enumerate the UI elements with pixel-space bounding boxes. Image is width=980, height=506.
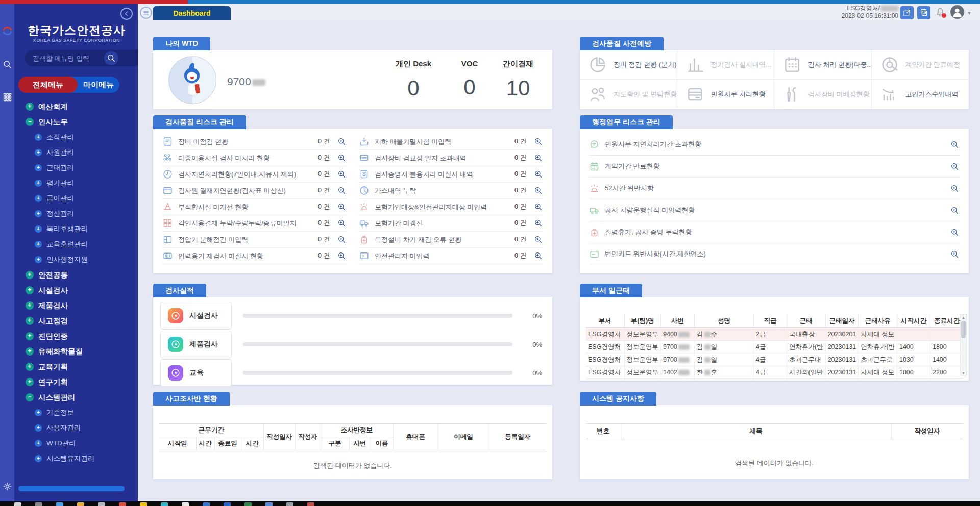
sidebar-item-인사행정지원[interactable]: +인사행정지원 — [14, 252, 134, 267]
magnifier-icon[interactable] — [337, 218, 347, 228]
menu-search-input[interactable] — [24, 50, 138, 66]
tab-all-menu[interactable]: 전체메뉴 — [18, 77, 78, 93]
magnifier-icon[interactable] — [337, 153, 347, 163]
hamburger-icon[interactable] — [140, 7, 152, 19]
magnifier-icon[interactable] — [533, 251, 543, 261]
taskbar-app-icon[interactable] — [244, 502, 252, 506]
taskbar-app-icon[interactable] — [56, 502, 63, 506]
taskbar-app-icon[interactable] — [161, 502, 168, 506]
sidebar-item-교육기획[interactable]: +교육기획 — [14, 359, 134, 374]
risk-item-count: 0 건 — [514, 219, 526, 227]
taskbar-app-icon[interactable] — [35, 502, 42, 506]
taskbar-app-icon[interactable] — [203, 502, 210, 506]
sidebar-item-유해화학물질[interactable]: +유해화학물질 — [14, 344, 134, 359]
sidebar-item-복리후생관리[interactable]: +복리후생관리 — [14, 221, 134, 237]
magnifier-icon[interactable] — [533, 235, 543, 244]
table-row[interactable]: ESG경영처정보운영부9400김주2급국내출장20230201차세대 정보 — [586, 328, 963, 341]
sidebar-item-급여관리[interactable]: +급여관리 — [14, 191, 134, 206]
taskbar-app-icon[interactable] — [224, 502, 231, 506]
table-row[interactable]: ESG경영처정보운영부1402한훈4급야간근무(본20230131차세대 정보2… — [586, 379, 963, 381]
performance-category-button[interactable]: 시설검사 — [160, 302, 232, 330]
menu-search-button[interactable] — [104, 51, 118, 65]
popout-all-windows-icon[interactable] — [917, 6, 930, 19]
magnifier-icon[interactable] — [533, 186, 543, 195]
sidebar-item-시설검사[interactable]: +시설검사 — [14, 283, 134, 298]
cone-icon — [162, 201, 173, 212]
table-row[interactable]: ESG경영처정보운영부9700김일4급연차휴가(반20230131연차휴가(반1… — [586, 341, 963, 353]
popout-window-icon[interactable] — [900, 6, 914, 19]
magnifier-icon[interactable] — [533, 218, 543, 228]
taskbar-app-icon[interactable] — [265, 502, 273, 506]
magnifier-icon[interactable] — [337, 235, 347, 244]
search-icon[interactable] — [2, 59, 13, 70]
sidebar-item-진단인증[interactable]: +진단인증 — [14, 328, 134, 344]
taskbar-app-icon[interactable] — [286, 502, 293, 506]
sidebar-horizontal-scrollbar[interactable] — [18, 486, 125, 491]
sidebar-item-시스템관리[interactable]: −시스템관리 — [14, 390, 134, 405]
sidebar-item-사용자관리[interactable]: +사용자관리 — [14, 420, 134, 436]
sidebar-item-예산회계[interactable]: +예산회계 — [14, 99, 134, 114]
sidebar-item-제품검사[interactable]: +제품검사 — [14, 298, 134, 313]
magnifier-icon[interactable] — [337, 251, 347, 261]
sidebar-item-교육훈련관리[interactable]: +교육훈련관리 — [14, 237, 134, 252]
sidebar-item-연구기획[interactable]: +연구기획 — [14, 374, 134, 390]
taskbar-app-icon[interactable] — [98, 502, 105, 506]
performance-category-button[interactable]: 제품검사 — [160, 331, 232, 358]
taskbar-app-icon[interactable] — [14, 502, 21, 506]
sidebar-item-시스템유지관리[interactable]: +시스템유지관리 — [14, 451, 134, 466]
sidebar-item-근태관리[interactable]: +근태관리 — [14, 160, 134, 175]
sidebar-item-평가관리[interactable]: +평가관리 — [14, 175, 134, 191]
scroll-up-arrow[interactable]: ▲ — [961, 315, 966, 320]
magnifier-icon[interactable] — [950, 140, 960, 149]
magnifier-icon[interactable] — [533, 137, 543, 146]
sidebar-item-기준정보[interactable]: +기준정보 — [14, 405, 134, 420]
prevention-tile[interactable]: 민원사무 처리현황 — [677, 80, 775, 109]
magnifier-icon[interactable] — [950, 249, 960, 259]
table-row[interactable]: ESG경영처정보운영부9700김일4급초과근무대20230131초과근무로103… — [586, 353, 963, 366]
prevention-tile[interactable]: 지도확인 및 면담현황 — [580, 80, 677, 109]
sidebar-item-안전공통[interactable]: +안전공통 — [14, 267, 134, 283]
taskbar-app-icon[interactable] — [307, 502, 314, 506]
magnifier-icon[interactable] — [533, 169, 543, 179]
prevention-tile[interactable]: 계약기간 만료예정 — [872, 50, 969, 80]
tab-dashboard[interactable]: Dashboard — [153, 6, 231, 20]
taskbar-app-icon[interactable] — [140, 502, 147, 506]
magnifier-icon[interactable] — [337, 186, 347, 195]
sidebar-collapse-button[interactable] — [120, 8, 133, 20]
user-avatar[interactable] — [950, 5, 964, 19]
tab-my-menu[interactable]: 마이메뉴 — [78, 77, 119, 93]
chevron-down-icon[interactable]: ▾ — [968, 9, 971, 16]
sidebar-item-인사노무[interactable]: −인사노무 — [14, 114, 134, 130]
sidebar-item-조직관리[interactable]: +조직관리 — [14, 130, 134, 145]
sidebar-item-사고점검[interactable]: +사고점검 — [14, 313, 134, 328]
prevention-tile[interactable]: 정기검사 실시내역... — [677, 50, 775, 80]
magnifier-icon[interactable] — [337, 202, 347, 212]
scroll-thumb[interactable] — [961, 321, 966, 338]
prevention-tile[interactable]: 장비 점검 현황 (분기) — [580, 50, 677, 80]
magnifier-icon[interactable] — [337, 137, 347, 146]
magnifier-icon[interactable] — [533, 153, 543, 163]
magnifier-icon[interactable] — [950, 206, 960, 215]
magnifier-icon[interactable] — [337, 169, 347, 179]
sidebar-item-WTD관리[interactable]: +WTD관리 — [14, 436, 134, 451]
windows-taskbar[interactable] — [0, 501, 980, 506]
taskbar-app-icon[interactable] — [182, 502, 189, 506]
magnifier-icon[interactable] — [950, 162, 960, 171]
grid-menu-icon[interactable] — [2, 92, 13, 103]
scroll-down-arrow[interactable]: ▼ — [961, 370, 966, 376]
taskbar-app-icon[interactable] — [119, 502, 126, 506]
table-vertical-scrollbar[interactable]: ▲ ▼ — [960, 314, 967, 376]
performance-category-button[interactable]: 교육 — [160, 359, 232, 387]
taskbar-app-icon[interactable] — [77, 502, 84, 506]
prevention-tile[interactable]: 검사장비 미배정현황 — [774, 80, 872, 109]
sidebar-item-정산관리[interactable]: +정산관리 — [14, 206, 134, 221]
magnifier-icon[interactable] — [950, 227, 960, 237]
magnifier-icon[interactable] — [533, 202, 543, 212]
magnifier-icon[interactable] — [950, 184, 960, 193]
prevention-tile[interactable]: 검사 처리 현황(다중... — [774, 50, 872, 80]
settings-gear-icon[interactable] — [2, 480, 13, 492]
sidebar-item-사원관리[interactable]: +사원관리 — [14, 145, 134, 160]
performance-label: 제품검사 — [189, 340, 218, 349]
prevention-tile[interactable]: 고압가스수입내역 — [872, 80, 969, 109]
table-row[interactable]: ESG경영처정보운영부1402한훈4급시간외(일반20230131차세대 정보1… — [586, 366, 963, 379]
